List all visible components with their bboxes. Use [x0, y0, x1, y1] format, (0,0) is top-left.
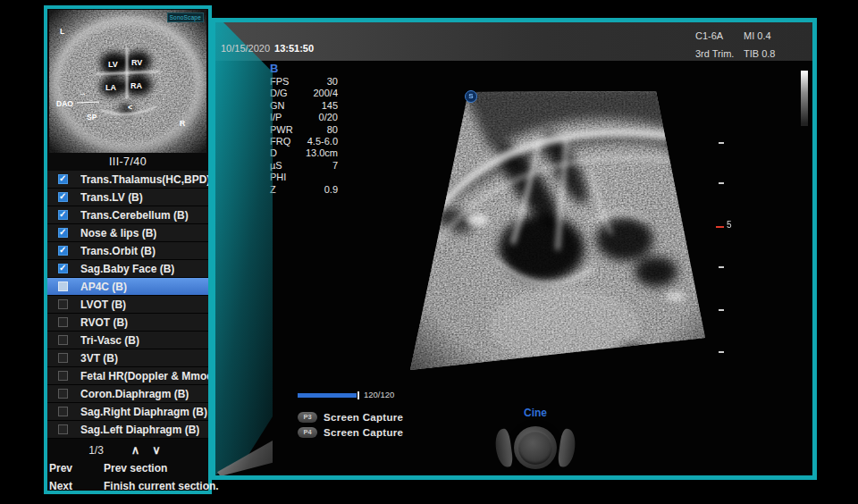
capture-button-row[interactable]: P3 Screen Capture	[298, 409, 403, 424]
arrow-right-icon: →	[79, 88, 87, 97]
param-row: D 13.0cm	[270, 147, 338, 159]
checklist-item-label: Fetal HR(Doppler & Mmod…	[80, 370, 208, 382]
mi-value: MI 0.4	[744, 30, 771, 41]
checklist-item-label: Sag.Right Diaphragm (B)	[80, 406, 207, 418]
thumb-label-l: L	[60, 27, 64, 36]
param-row: FRQ 4.5-6.0	[270, 136, 338, 147]
checkbox[interactable]: ✓	[58, 192, 68, 202]
reference-thumbnail[interactable]: L LV RV LA RA DAO SP R → < SonoScape	[49, 10, 206, 153]
checkbox[interactable]: ✓	[58, 281, 68, 291]
checkbox[interactable]: ✓	[58, 264, 68, 273]
checkbox[interactable]: ✓	[58, 174, 68, 184]
checklist-item[interactable]: ✓ Coron.Diaphragm (B)	[47, 385, 208, 403]
pkey-badge[interactable]: P4	[298, 427, 317, 438]
checklist-item-label: LVOT (B)	[80, 298, 126, 311]
checkbox[interactable]: ✓	[58, 246, 68, 256]
param-row: I/P 0/20	[270, 112, 338, 123]
param-row: PWR 80	[270, 124, 338, 136]
pkey-badge[interactable]: P3	[298, 412, 317, 423]
checklist-item[interactable]: ✓ Trans.Thalamus(HC,BPD) (B)	[47, 171, 208, 189]
checklist-item[interactable]: ✓ RVOT (B)	[47, 314, 208, 332]
thumb-label-la: LA	[105, 83, 116, 92]
checklist-item[interactable]: ✓ Fetal HR(Doppler & Mmod…	[47, 367, 208, 385]
thumb-label-sp: SP	[87, 113, 97, 122]
preset-label: 3rd Trim.	[695, 48, 734, 59]
capture-button-label: Screen Capture	[324, 412, 403, 423]
cine-frame-counter: 120/120	[364, 390, 394, 399]
check-icon: ✓	[59, 227, 66, 238]
param-row: D/G 200/4	[270, 88, 338, 99]
softkey-name[interactable]: Prev	[49, 462, 104, 475]
checklist-item[interactable]: ✓ Tri-Vasc (B)	[47, 332, 208, 349]
vendor-logo: SonoScape	[167, 13, 204, 22]
checklist-item[interactable]: ✓ Sag.Right Diaphragm (B)	[47, 403, 208, 421]
date-label: 10/15/2020	[221, 43, 270, 54]
param-label: FRQ	[270, 136, 290, 147]
checklist-item[interactable]: ✓ 3VT (B)	[47, 349, 208, 367]
check-icon: ✓	[59, 263, 66, 273]
tib-value: TIB 0.8	[744, 48, 775, 59]
checklist-item[interactable]: ✓ Trans.LV (B)	[47, 189, 208, 206]
time-label: 13:51:50	[274, 43, 314, 54]
zoom-callout-band	[215, 22, 273, 475]
section-header: III-7/40	[47, 155, 208, 168]
checklist-item-label: Sag.Left Diaphragm (B)	[80, 424, 199, 436]
thumb-label-ra: RA	[130, 81, 142, 90]
depth-ruler: 5	[714, 142, 741, 358]
checklist-item-label: Trans.Cerebellum (B)	[80, 209, 189, 222]
checkbox[interactable]: ✓	[58, 353, 68, 363]
checklist-item-label: Trans.LV (B)	[80, 191, 143, 204]
checklist-item[interactable]: ✓ Trans.Orbit (B)	[47, 242, 208, 260]
softkey-name[interactable]: Next	[49, 480, 104, 492]
checkbox[interactable]: ✓	[58, 335, 68, 345]
param-row: µS 7	[270, 160, 338, 172]
knob-surface	[518, 431, 552, 465]
capture-button-row[interactable]: P4 Screen Capture	[298, 424, 403, 440]
checklist-item[interactable]: ✓ LVOT (B)	[47, 296, 208, 314]
checkbox[interactable]: ✓	[58, 371, 68, 381]
param-label: FPS	[270, 76, 289, 88]
page-up-icon[interactable]: ∧	[131, 443, 140, 457]
capture-button-label: Screen Capture	[324, 427, 403, 438]
section-checklist-panel: L LV RV LA RA DAO SP R → < SonoScape III…	[44, 5, 212, 494]
checklist-item-label: AP4C (B)	[80, 281, 127, 293]
check-icon: ✓	[59, 191, 66, 202]
param-value: 30	[327, 76, 338, 88]
checkbox[interactable]: ✓	[58, 228, 68, 238]
page-down-icon[interactable]: ∨	[152, 443, 161, 457]
cine-right-wing-button[interactable]	[557, 428, 577, 468]
datetime: 10/15/202013:51:50	[221, 43, 314, 54]
checkbox[interactable]: ✓	[58, 407, 68, 416]
param-value: 80	[327, 124, 338, 136]
thumb-label-rv: RV	[131, 58, 142, 67]
orientation-marker: S	[465, 90, 477, 103]
checkbox[interactable]: ✓	[58, 424, 68, 434]
cine-progress-bar[interactable]	[298, 393, 357, 398]
param-value: 200/4	[313, 88, 338, 99]
checkbox[interactable]: ✓	[58, 210, 68, 220]
cine-left-wing-button[interactable]	[493, 428, 514, 468]
progress-end-cap	[358, 391, 359, 399]
param-value: 0.9	[324, 184, 338, 196]
checklist-item-label: Sag.Baby Face (B)	[80, 263, 174, 275]
checklist-item[interactable]: ✓ Trans.Cerebellum (B)	[47, 206, 208, 224]
softkey-row: Prev Prev section	[49, 459, 206, 477]
param-value: 13.0cm	[306, 147, 338, 159]
param-value: 4.5-6.0	[307, 136, 338, 147]
softkey-action: Finish current section.	[104, 480, 219, 492]
checklist-item[interactable]: ✓ Nose & lips (B)	[47, 224, 208, 242]
depth-label: 5	[727, 220, 732, 230]
check-icon: ✓	[59, 173, 66, 184]
checkbox[interactable]: ✓	[58, 299, 68, 309]
checkbox[interactable]: ✓	[58, 317, 68, 327]
ultrasound-image	[408, 86, 711, 381]
checklist-item[interactable]: ✓ Sag.Baby Face (B)	[47, 260, 208, 278]
checklist-item[interactable]: ✓ Sag.Left Diaphragm (B)	[47, 421, 208, 439]
param-row: FPS 30	[270, 76, 338, 88]
pagination: 1/3 ∧ ∨	[47, 443, 208, 457]
probe-label: C1-6A	[695, 30, 723, 41]
checkbox[interactable]: ✓	[58, 389, 68, 399]
checklist-item[interactable]: ✓ AP4C (B)	[47, 278, 208, 296]
cine-trackball-knob[interactable]	[514, 426, 557, 469]
softkey-hints: Prev Prev section Next Finish current se…	[49, 459, 206, 495]
